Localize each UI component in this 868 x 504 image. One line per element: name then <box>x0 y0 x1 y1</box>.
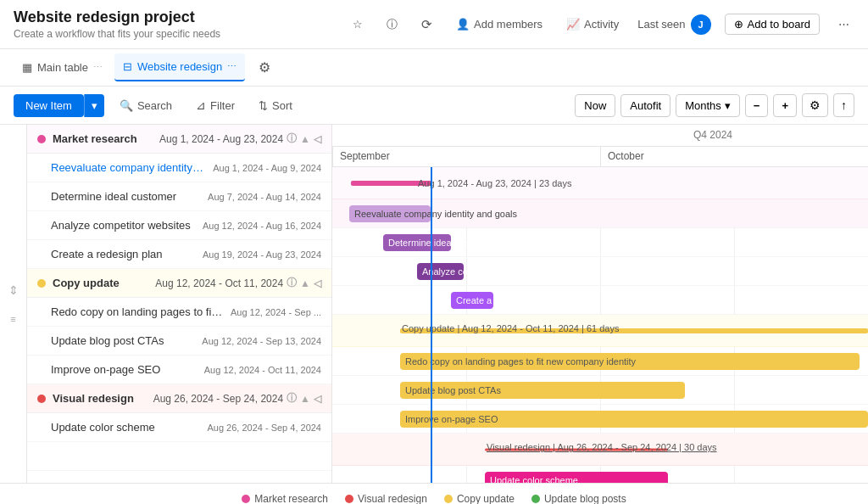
activity-button[interactable]: 📈 Activity <box>561 14 624 34</box>
star-button[interactable]: ☆ <box>348 14 368 34</box>
gantt-bar-c1: Redo copy on landing pages to fit new co… <box>400 353 860 370</box>
group-header-market-research: Market research Aug 1, 2024 - Aug 23, 20… <box>27 125 331 154</box>
new-item-button[interactable]: New Item <box>14 94 84 117</box>
gantt-row-v1: Update color scheme <box>332 466 868 483</box>
search-icon: 🔍 <box>120 99 133 112</box>
gantt-group-row-copy: Copy update | Aug 12, 2024 - Oct 11, 202… <box>332 315 868 347</box>
main-content: ⇕ ≡ Market research Aug 1, 2024 - Aug 23… <box>0 125 868 483</box>
timeline-today-line <box>431 167 432 483</box>
group-header-copy-update: Copy update Aug 12, 2024 - Oct 11, 2024 … <box>27 269 331 298</box>
collapse-visual[interactable]: ◁ <box>314 393 321 405</box>
chevron-down-icon: ▾ <box>725 99 731 112</box>
task-dates: Aug 19, 2024 - Aug 23, 2024 <box>203 249 321 260</box>
group-name-copy: Copy update <box>53 277 150 289</box>
gantt-row-t2: Determine ideal customer <box>332 228 868 257</box>
collapse-market[interactable]: ◁ <box>314 133 321 145</box>
month-september: September <box>332 147 600 166</box>
gantt-bar-c3: Improve on-page SEO <box>400 411 868 428</box>
refresh-icon: ⟳ <box>421 17 432 32</box>
top-header: Website redesign project Create a workfl… <box>0 0 868 49</box>
export-button[interactable]: ↑ <box>833 93 854 117</box>
new-item-dropdown-button[interactable]: ▾ <box>84 94 104 117</box>
gear-icon: ⚙ <box>810 98 821 112</box>
legend-dot-copy <box>444 495 453 503</box>
task-name: Redo copy on landing pages to fit new co… <box>51 305 224 318</box>
group-name-market: Market research <box>53 132 154 145</box>
month-labels-row: September October <box>332 146 868 166</box>
group-date-visual: Aug 26, 2024 - Sep 24, 2024 <box>153 393 283 405</box>
gantt-header: Q4 2024 September October <box>332 125 868 167</box>
tab-bar: ▦ Main table ⋯ ⊟ Website redesign ⋯ ⚙ <box>0 49 868 87</box>
tab-website-redesign[interactable]: ⊟ Website redesign ⋯ <box>114 53 245 81</box>
search-button[interactable]: 🔍 Search <box>111 95 181 116</box>
add-members-button[interactable]: 👤 Add members <box>451 14 548 34</box>
now-button[interactable]: Now <box>575 94 615 117</box>
legend-item-market: Market research <box>242 493 328 505</box>
months-button[interactable]: Months ▾ <box>676 94 740 117</box>
task-row: Determine ideal customer Aug 7, 2024 - A… <box>27 182 331 211</box>
task-dates: Aug 7, 2024 - Aug 14, 2024 <box>208 192 321 202</box>
task-name: Analyze competitor websites <box>51 219 196 232</box>
filter-button[interactable]: ⊿ Filter <box>187 94 243 116</box>
task-dates: Aug 12, 2024 - Oct 11, 2024 <box>204 365 321 375</box>
info-icon-copy[interactable]: ⓘ <box>287 276 297 290</box>
task-name: Update color scheme <box>51 421 200 434</box>
tab-more-icon2[interactable]: ⋯ <box>227 61 236 72</box>
more-icon: ⋯ <box>838 18 849 31</box>
info-icon-market[interactable]: ⓘ <box>287 132 297 146</box>
legend-item-visual: Visual redesign <box>345 493 427 505</box>
zoom-out-button[interactable]: − <box>745 94 769 117</box>
add-to-board-button[interactable]: ⊕ Add to board <box>725 14 820 35</box>
chevron-market[interactable]: ▲ <box>300 133 310 145</box>
project-title: Website redesign project <box>14 8 220 26</box>
add-members-icon: 👤 <box>456 18 470 31</box>
project-subtitle: Create a workflow that fits your specifi… <box>14 28 220 40</box>
tab-main-table[interactable]: ▦ Main table ⋯ <box>14 54 111 81</box>
legend-label-visual: Visual redesign <box>358 493 427 505</box>
info-icon: ⓘ <box>387 17 398 32</box>
refresh-button[interactable]: ⟳ <box>416 14 437 36</box>
group-dot-market <box>37 135 46 143</box>
gantt-row-c3: Improve on-page SEO <box>332 405 868 434</box>
gantt-icon: ⊟ <box>123 60 132 73</box>
task-row: Update blog post CTAs Aug 12, 2024 - Sep… <box>27 327 331 356</box>
tab-more-icon[interactable]: ⋯ <box>93 62 103 73</box>
group-dot-visual <box>37 395 46 403</box>
gantt-group-label-visual: Visual redesign | Aug 26, 2024 - Sep 24,… <box>487 442 717 452</box>
q4-label: Q4 2024 <box>693 129 732 141</box>
left-panel: Market research Aug 1, 2024 - Aug 23, 20… <box>27 125 332 483</box>
info-icon-visual[interactable]: ⓘ <box>287 391 297 406</box>
gantt-bar-c2: Update blog post CTAs <box>400 382 685 399</box>
task-row: Update color scheme Aug 26, 2024 - Sep 4… <box>27 413 331 442</box>
sort-icon: ⇅ <box>259 99 268 112</box>
info-button[interactable]: ⓘ <box>381 14 403 36</box>
zoom-in-button[interactable]: + <box>773 94 797 117</box>
gantt-bar-t4: Create a redesign plan <box>451 292 493 309</box>
legend-label-market: Market research <box>254 493 328 505</box>
plus-icon: ⊕ <box>734 18 743 31</box>
autofit-button[interactable]: Autofit <box>620 94 670 117</box>
sort-button[interactable]: ⇅ Sort <box>250 95 301 116</box>
collapse-icon-2[interactable]: ≡ <box>10 314 15 324</box>
task-name: Reevaluate company identity and goals <box>51 161 206 174</box>
last-seen-section: Last seen J <box>637 14 710 35</box>
group-dot-copy <box>37 279 46 288</box>
more-button[interactable]: ⋯ <box>833 14 854 34</box>
collapse-copy[interactable]: ◁ <box>314 277 321 289</box>
settings-tab-button[interactable]: ⚙ <box>255 56 274 79</box>
task-row: Create a redesign plan Aug 19, 2024 - Au… <box>27 240 331 269</box>
avatar: J <box>691 14 711 35</box>
gantt-group-row-visual: Visual redesign | Aug 26, 2024 - Sep 24,… <box>332 434 868 466</box>
group-header-visual: Visual redesign Aug 26, 2024 - Sep 24, 2… <box>27 384 331 413</box>
task-row: Analyze competitor websites Aug 12, 2024… <box>27 211 331 240</box>
collapse-icon-1[interactable]: ⇕ <box>8 283 19 297</box>
gantt-panel: Q4 2024 September October Aug 1, 2024 - … <box>332 125 868 483</box>
gantt-bar-t3: Analyze competitor websites <box>417 263 464 280</box>
gantt-settings-button[interactable]: ⚙ <box>802 93 828 117</box>
gantt-row-c2: Update blog post CTAs <box>332 376 868 405</box>
chevron-copy[interactable]: ▲ <box>300 277 310 289</box>
legend-dot-visual <box>345 495 353 503</box>
chevron-visual[interactable]: ▲ <box>300 393 310 405</box>
task-dates: Aug 12, 2024 - Sep 13, 2024 <box>202 336 321 346</box>
gantt-bar-v1: Update color scheme <box>485 472 668 484</box>
